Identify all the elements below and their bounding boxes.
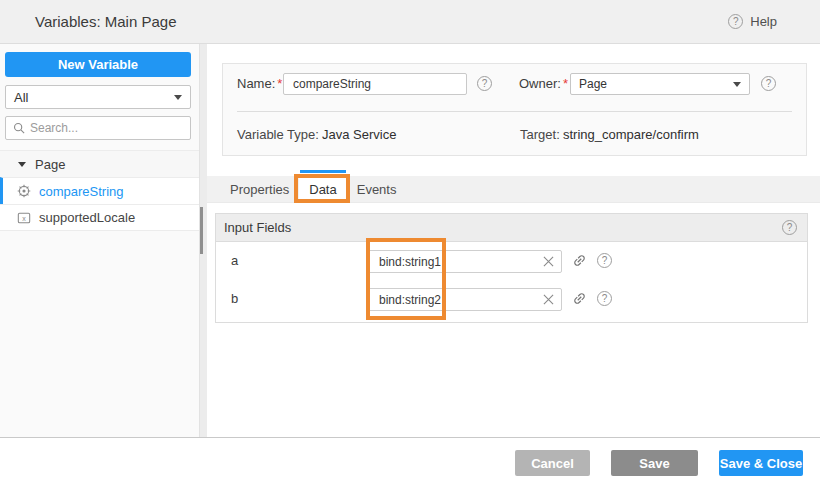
input-field-row-a: a ? [216,242,807,280]
variables-dialog: Variables: Main Page ? Help New Variable… [0,0,820,490]
variable-summary-panel: Name:* ? Owner:* Page ? Variable Type: J… [222,63,807,156]
variable-detail-panel: Name:* ? Owner:* Page ? Variable Type: J… [207,44,820,437]
required-marker: * [563,76,568,91]
chevron-down-icon [174,95,182,100]
required-marker: * [277,76,282,91]
field-b-input[interactable] [369,293,535,307]
name-owner-row: Name:* ? Owner:* Page ? [223,72,806,96]
tab-events[interactable]: Events [347,176,407,202]
field-input-wrapper [368,250,562,273]
owner-selected-value: Page [579,77,607,91]
new-variable-button[interactable]: New Variable [5,52,191,77]
input-fields-body: a ? b [216,242,807,318]
type-target-row: Variable Type: Java Service Target: stri… [223,123,806,147]
owner-label: Owner:* [519,72,568,96]
variables-sidebar: New Variable All Page compareString [0,44,207,437]
name-input[interactable] [283,73,467,95]
cancel-button[interactable]: Cancel [515,450,590,476]
scrollbar-thumb[interactable] [200,207,203,254]
help-icon[interactable]: ? [477,76,492,91]
variables-tree: Page compareString x supportedLocale [0,150,199,231]
service-icon [17,184,31,198]
input-field-row-b: b ? [216,280,807,318]
tab-data[interactable]: Data [299,176,346,202]
tree-item-label: compareString [39,184,124,199]
field-label: b [231,280,238,318]
link-icon[interactable] [572,253,587,268]
help-label: Help [750,14,777,29]
help-icon[interactable]: ? [782,220,797,235]
dialog-header: Variables: Main Page ? Help [0,0,820,44]
tab-data-label: Data [309,182,336,197]
svg-text:x: x [22,214,26,221]
target-label: Target: [520,123,560,147]
tree-item-supportedlocale[interactable]: x supportedLocale [0,204,199,231]
variable-filter-select[interactable]: All [5,85,191,109]
search-box [5,116,191,140]
variable-type-label: Variable Type: [237,123,319,147]
name-label: Name:* [237,72,282,96]
owner-select[interactable]: Page [570,73,750,95]
input-fields-header: Input Fields ? [216,214,807,242]
tree-group-label: Page [35,157,65,172]
help-icon[interactable]: ? [597,291,612,306]
field-a-input[interactable] [369,255,535,269]
search-icon [13,122,25,134]
save-close-button[interactable]: Save & Close [719,450,803,476]
variable-type-value: Java Service [322,123,396,147]
search-input[interactable] [30,121,183,135]
help-icon[interactable]: ? [597,253,612,268]
clear-icon[interactable] [535,289,561,310]
field-label: a [231,242,238,280]
tab-properties[interactable]: Properties [220,176,299,202]
save-button[interactable]: Save [611,450,698,476]
help-icon: ? [728,14,743,29]
filter-selected-value: All [14,90,28,105]
dialog-footer: Cancel Save Save & Close [0,437,820,490]
sidebar-scrollbar[interactable] [199,44,207,437]
tree-item-comparestring[interactable]: compareString [0,177,199,204]
footer-buttons: Cancel Save Save & Close [515,450,803,476]
clear-icon[interactable] [535,251,561,272]
tree-item-label: supportedLocale [39,210,135,225]
input-fields-panel: Input Fields ? a ? [215,213,808,323]
tab-bar: Properties Data Events [207,176,820,203]
page-title: Variables: Main Page [35,0,176,43]
field-input-wrapper [368,288,562,311]
expander-down-icon [18,162,26,167]
target-value: string_compare/confirm [563,123,699,147]
help-button[interactable]: ? Help [728,0,777,43]
link-icon[interactable] [572,291,587,306]
chevron-down-icon [733,82,741,87]
variable-icon: x [17,211,31,225]
input-fields-title: Input Fields [224,220,291,235]
tree-group-page[interactable]: Page [0,150,199,177]
divider [237,111,792,112]
help-icon[interactable]: ? [761,76,776,91]
